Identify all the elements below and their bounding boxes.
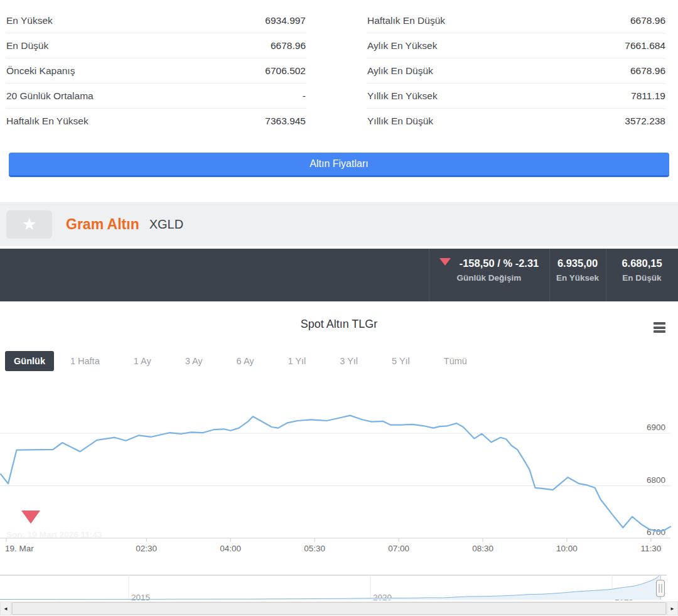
stat-label: Yıllık En Düşük xyxy=(367,116,433,127)
x-axis-label: 07:00 xyxy=(388,544,409,553)
stat-value: 6706.502 xyxy=(265,65,306,77)
divider xyxy=(606,249,606,301)
stat-value: 7661.684 xyxy=(625,40,665,51)
gold-price-page: En Yüksek 6934.997 En Düşük 6678.96 Önce… xyxy=(0,0,678,616)
stats-column-right: Haftalık En Düşük 6678.96 Aylık En Yükse… xyxy=(367,8,665,133)
y-axis-label: 6800 xyxy=(647,475,665,485)
y-axis-label: 6900 xyxy=(647,423,665,432)
tab-gunluk[interactable]: Günlük xyxy=(5,351,54,371)
x-axis-label: 05:30 xyxy=(304,544,325,553)
star-icon: ★ xyxy=(21,214,36,234)
statistics-tables: En Yüksek 6934.997 En Düşük 6678.96 Önce… xyxy=(6,8,665,133)
tab-tumu[interactable]: Tümü xyxy=(444,351,467,371)
table-row: Yıllık En Düşük 3572.238 xyxy=(367,109,665,133)
x-axis-label: 04:00 xyxy=(220,544,241,553)
chart-navigator[interactable]: 201520202025 xyxy=(0,559,678,602)
price-line-chart[interactable]: 67006800690019. Mar02:3004:0005:3007:000… xyxy=(0,376,678,559)
tab-3-yil[interactable]: 3 Yıl xyxy=(340,351,358,371)
daily-change-label: Günlük Değişim xyxy=(433,273,545,283)
x-axis-label: 19. Mar xyxy=(5,544,34,553)
tab-5-yil[interactable]: 5 Yıl xyxy=(392,351,410,371)
stat-value: 7363.945 xyxy=(265,116,306,127)
day-high-block: 6.935,00 En Yüksek xyxy=(552,257,603,283)
quote-bar: 6.690,9420 Son: 19 Mart 2026 11:43 -158,… xyxy=(0,249,678,301)
tab-1-hafta[interactable]: 1 Hafta xyxy=(70,351,100,371)
day-high-label: En Yüksek xyxy=(552,273,603,283)
table-row: Haftalık En Yüksek 7363.945 xyxy=(6,109,306,133)
stat-label: 20 Günlük Ortalama xyxy=(6,90,94,102)
stat-label: Önceki Kapanış xyxy=(6,65,75,77)
stat-value: 6934.997 xyxy=(265,15,306,26)
navigator-year-label: 2015 xyxy=(131,593,150,602)
change-down-triangle-icon xyxy=(439,258,451,266)
x-axis-label: 11:30 xyxy=(641,544,662,553)
tab-3-ay[interactable]: 3 Ay xyxy=(185,351,203,371)
stat-label: En Yüksek xyxy=(6,15,53,26)
x-axis-label: 10:00 xyxy=(556,544,578,553)
scrollbar-track[interactable] xyxy=(11,602,667,615)
divider xyxy=(549,249,550,301)
daily-change-value: -158,50 / % -2.31 xyxy=(460,257,539,269)
x-axis-label: 02:30 xyxy=(136,544,157,553)
instrument-code: XGLD xyxy=(149,217,183,232)
gold-prices-button[interactable]: Altın Fiyatları xyxy=(9,153,669,177)
x-axis-label: 08:30 xyxy=(472,544,493,553)
stat-value: 6678.96 xyxy=(271,40,306,51)
tab-6-ay[interactable]: 6 Ay xyxy=(237,351,254,371)
stat-value: - xyxy=(303,90,306,102)
table-row: Yıllık En Yüksek 7811.19 xyxy=(367,84,665,109)
stat-value: 3572.238 xyxy=(625,116,665,127)
day-high-value: 6.935,00 xyxy=(552,257,603,269)
navigator-year-label: 2020 xyxy=(373,593,392,602)
range-tabs: Günlük 1 Hafta 1 Ay 3 Ay 6 Ay 1 Yıl 3 Yı… xyxy=(5,351,501,371)
tab-1-yil[interactable]: 1 Yıl xyxy=(288,351,306,371)
stat-label: Aylık En Düşük xyxy=(367,65,433,77)
stat-value: 6678.96 xyxy=(630,65,665,77)
stat-label: Haftalık En Yüksek xyxy=(6,116,89,127)
table-row: Aylık En Yüksek 7661.684 xyxy=(367,33,665,58)
table-row: Önceki Kapanış 6706.502 xyxy=(6,58,306,84)
chart-menu-icon[interactable] xyxy=(654,322,665,335)
table-row: Haftalık En Düşük 6678.96 xyxy=(367,8,665,33)
daily-change-block: -158,50 / % -2.31 Günlük Değişim xyxy=(433,257,545,283)
instrument-name: Gram Altın xyxy=(66,216,139,233)
navigator-handle xyxy=(657,580,665,597)
stat-label: Aylık En Yüksek xyxy=(367,40,437,51)
stat-label: Yıllık En Yüksek xyxy=(367,90,438,102)
stat-label: En Düşük xyxy=(6,40,48,51)
table-row: Aylık En Düşük 6678.96 xyxy=(367,58,665,84)
scrollbar-thumb[interactable] xyxy=(12,602,666,615)
tab-1-ay[interactable]: 1 Ay xyxy=(134,351,151,371)
table-row: En Düşük 6678.96 xyxy=(6,33,306,58)
stats-column-left: En Yüksek 6934.997 En Düşük 6678.96 Önce… xyxy=(6,8,306,133)
instrument-header: ★ Gram Altın XGLD xyxy=(0,202,678,246)
stat-label: Haftalık En Düşük xyxy=(367,15,445,26)
stat-value: 6678.96 xyxy=(630,15,665,26)
price-series-line xyxy=(1,416,670,532)
day-low-block: 6.680,15 En Düşük xyxy=(609,257,675,283)
navigator-area xyxy=(0,575,660,600)
table-row: 20 Günlük Ortalama - xyxy=(6,84,306,109)
scrollbar-right-arrow[interactable]: ► xyxy=(667,602,678,615)
table-row: En Yüksek 6934.997 xyxy=(6,8,306,33)
scrollbar-left-arrow[interactable]: ◄ xyxy=(0,602,11,615)
day-low-label: En Düşük xyxy=(609,273,675,283)
chart-title: Spot Altın TLGr xyxy=(0,318,678,331)
chart-scrollbar: ◄ ► xyxy=(0,602,678,615)
day-low-value: 6.680,15 xyxy=(609,257,675,269)
stat-value: 7811.19 xyxy=(631,90,665,102)
divider xyxy=(429,249,429,301)
favorite-star-button[interactable]: ★ xyxy=(6,210,52,239)
